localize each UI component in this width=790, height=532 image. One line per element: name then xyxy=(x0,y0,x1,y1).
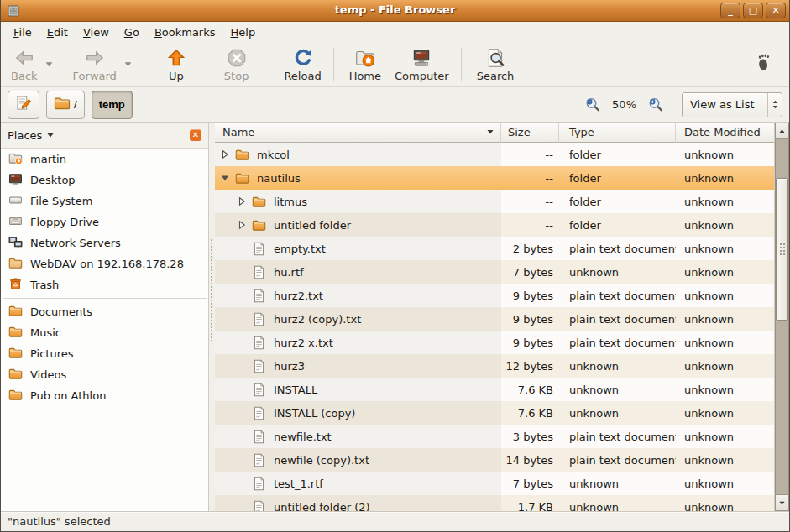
column-header-date-modified[interactable]: Date Modified xyxy=(676,123,774,143)
text-file-icon xyxy=(252,312,266,326)
table-row[interactable]: nautilus--folderunknown xyxy=(215,166,774,190)
expander-collapsed-icon[interactable] xyxy=(237,196,247,206)
table-row[interactable]: hurz2 (copy).txt9 bytesplain text docume… xyxy=(215,307,774,331)
scroll-up-button[interactable] xyxy=(775,123,789,139)
menu-view[interactable]: View xyxy=(76,23,117,41)
table-row[interactable]: newfile.txt3 bytesplain text documentunk… xyxy=(215,425,774,448)
pane-resize-handle[interactable] xyxy=(209,123,215,511)
expander-collapsed-icon[interactable] xyxy=(237,220,247,230)
text-file-icon xyxy=(252,359,266,373)
forward-button[interactable]: Forward xyxy=(68,44,122,85)
zoom-in-icon[interactable] xyxy=(646,95,666,115)
titlebar[interactable]: temp - File Browser _□✕ xyxy=(1,0,789,22)
sidebar-item-videos[interactable]: Videos xyxy=(1,364,208,385)
sidebar-item-webdav-on-192-168-178-28[interactable]: WebDAV on 192.168.178.28 xyxy=(1,253,208,274)
home-button[interactable]: Home xyxy=(344,44,386,85)
arrow-down-icon xyxy=(778,497,786,509)
table-row[interactable]: INSTALL7.6 KBunknownunknown xyxy=(215,378,774,401)
computer-button[interactable]: Computer xyxy=(390,44,454,85)
sidebar-item-trash[interactable]: Trash xyxy=(1,274,208,295)
sidebar-item-desktop[interactable]: Desktop xyxy=(1,170,208,190)
table-row[interactable]: test_1.rtf7 bytesunknownunknown xyxy=(215,472,774,495)
sidebar-close-icon[interactable]: ✕ xyxy=(190,129,201,141)
text-file-icon xyxy=(252,477,266,491)
sidebar-item-network-servers[interactable]: Network Servers xyxy=(1,232,208,253)
sidebar-header: Places ✕ xyxy=(1,123,208,149)
view-mode-combo[interactable]: View as List xyxy=(682,92,782,117)
file-type: unknown xyxy=(559,472,676,495)
forward-history-dropdown[interactable] xyxy=(122,48,135,81)
file-name: newfile.txt xyxy=(274,430,332,443)
menu-edit[interactable]: Edit xyxy=(39,23,76,41)
zoom-out-icon[interactable] xyxy=(583,95,603,115)
root-path-button[interactable]: / xyxy=(46,91,85,119)
menu-bookmarks[interactable]: Bookmarks xyxy=(147,23,223,41)
folder-icon xyxy=(8,325,23,342)
scrollbar-thumb[interactable] xyxy=(776,178,788,321)
table-row[interactable]: untitled folder--folderunknown xyxy=(215,213,774,237)
expander-collapsed-icon[interactable] xyxy=(220,149,230,159)
stop-icon xyxy=(226,47,248,69)
places-selector[interactable]: Places xyxy=(8,129,42,142)
table-row[interactable]: litmus--folderunknown xyxy=(215,190,774,213)
file-name: INSTALL xyxy=(274,383,317,396)
up-button[interactable]: Up xyxy=(160,44,192,85)
file-name: hurz2.txt xyxy=(274,289,323,302)
sidebar-item-martin[interactable]: martin xyxy=(1,149,208,170)
text-file-icon xyxy=(252,265,266,279)
toolbar-separator xyxy=(461,48,462,81)
column-header-type[interactable]: Type xyxy=(559,123,676,143)
table-row[interactable]: INSTALL (copy)7.6 KBunknownunknown xyxy=(215,401,774,425)
back-arrow-icon xyxy=(13,47,35,69)
file-type: plain text document xyxy=(559,331,676,354)
file-size: -- xyxy=(501,166,559,190)
table-row[interactable]: untitled folder (2)1.7 KBunknownunknown xyxy=(215,495,774,511)
arrow-up-icon xyxy=(778,125,786,138)
file-type: plain text document xyxy=(559,448,676,472)
sidebar-item-floppy-drive[interactable]: Floppy Drive xyxy=(1,211,208,232)
table-row[interactable]: hurz312 bytesunknownunknown xyxy=(215,354,774,378)
maximize-button[interactable]: □ xyxy=(743,3,763,18)
trash-icon xyxy=(8,277,23,294)
table-row[interactable]: mkcol--folderunknown xyxy=(215,143,774,166)
scrollbar-trough[interactable] xyxy=(775,139,789,494)
scroll-down-button[interactable] xyxy=(775,494,789,511)
file-name: hurz2 (copy).txt xyxy=(274,313,361,326)
file-type: folder xyxy=(559,166,676,190)
zoom-level: 50% xyxy=(612,98,636,111)
folder-icon xyxy=(8,346,23,362)
chevron-down-icon[interactable] xyxy=(46,129,55,142)
reload-button[interactable]: Reload xyxy=(279,44,326,85)
file-size: 9 bytes xyxy=(501,331,559,354)
column-header-name[interactable]: Name xyxy=(215,123,501,143)
table-row[interactable]: hurz2 x.txt9 bytesplain text documentunk… xyxy=(215,331,774,354)
file-size: 12 bytes xyxy=(501,354,559,378)
table-row[interactable]: empty.txt2 bytesplain text documentunkno… xyxy=(215,237,774,260)
back-history-dropdown[interactable] xyxy=(43,48,56,81)
menu-go[interactable]: Go xyxy=(117,23,147,41)
network-icon xyxy=(8,235,23,252)
menu-help[interactable]: Help xyxy=(223,23,264,41)
table-row[interactable]: hurz2.txt9 bytesplain text documentunkno… xyxy=(215,284,774,307)
menu-file[interactable]: File xyxy=(6,23,39,41)
minimize-button[interactable]: _ xyxy=(720,3,740,18)
sidebar-item-music[interactable]: Music xyxy=(1,322,208,343)
file-type: unknown xyxy=(559,495,676,511)
expander-expanded-icon[interactable] xyxy=(220,173,230,183)
sidebar-item-documents[interactable]: Documents xyxy=(1,301,208,322)
sidebar-item-pub-on-athlon[interactable]: Pub on Athlon xyxy=(1,385,208,406)
column-header-size[interactable]: Size xyxy=(501,123,559,143)
up-arrow-icon xyxy=(165,47,187,69)
table-row[interactable]: newfile (copy).txt14 bytesplain text doc… xyxy=(215,448,774,472)
file-date-modified: unknown xyxy=(676,495,774,511)
file-size: 9 bytes xyxy=(501,307,559,331)
toggle-location-entry-button[interactable] xyxy=(8,91,39,119)
sidebar-item-file-system[interactable]: File System xyxy=(1,190,208,211)
sidebar-item-pictures[interactable]: Pictures xyxy=(1,343,208,364)
table-row[interactable]: hu.rtf7 bytesunknownunknown xyxy=(215,260,774,284)
path-button-current[interactable]: temp xyxy=(92,91,133,119)
stop-button[interactable]: Stop xyxy=(219,44,254,85)
close-button[interactable]: ✕ xyxy=(766,3,786,18)
search-button[interactable]: Search xyxy=(472,44,520,85)
back-button[interactable]: Back xyxy=(6,44,43,85)
